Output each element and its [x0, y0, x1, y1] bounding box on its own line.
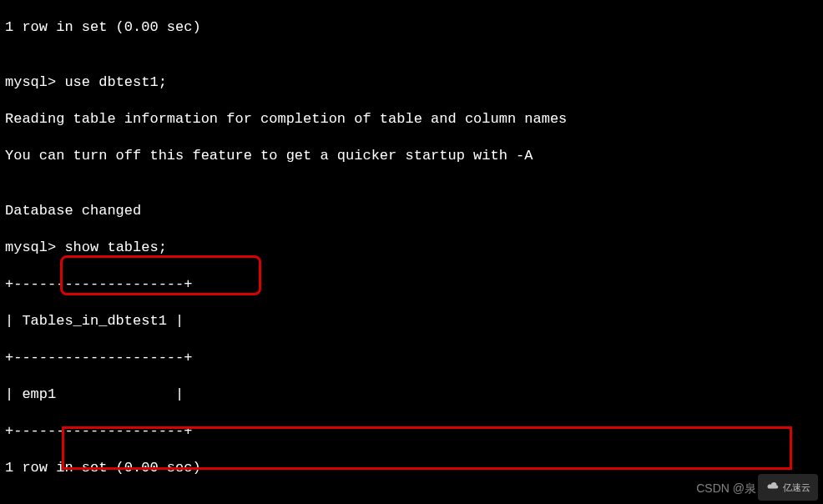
highlight-select-query [60, 255, 261, 295]
command-text: use dbtest1; [64, 74, 166, 90]
command-line: mysql> show tables; [5, 239, 818, 257]
info-line: Reading table information for completion… [5, 110, 818, 129]
command-line: mysql> use dbtest1; [5, 73, 818, 92]
table-header: | Tables_in_dbtest1 | [5, 312, 818, 330]
info-line: Database changed [5, 202, 818, 220]
command-text: show tables; [64, 239, 166, 255]
watermark-logo-text: 亿速云 [783, 478, 810, 496]
table-border: +--------------------+ [5, 349, 818, 367]
watermark-logo: 亿速云 [758, 474, 818, 501]
mysql-prompt: mysql> [5, 239, 64, 255]
watermark-text: CSDN @泉 [696, 479, 756, 497]
mysql-prompt: mysql> [5, 74, 64, 90]
cloud-icon [766, 478, 780, 496]
table-row: | emp1 | [5, 386, 818, 404]
info-line: You can turn off this feature to get a q… [5, 147, 818, 165]
result-line: 1 row in set (0.00 sec) [5, 18, 818, 37]
highlight-delete-error [62, 426, 792, 470]
